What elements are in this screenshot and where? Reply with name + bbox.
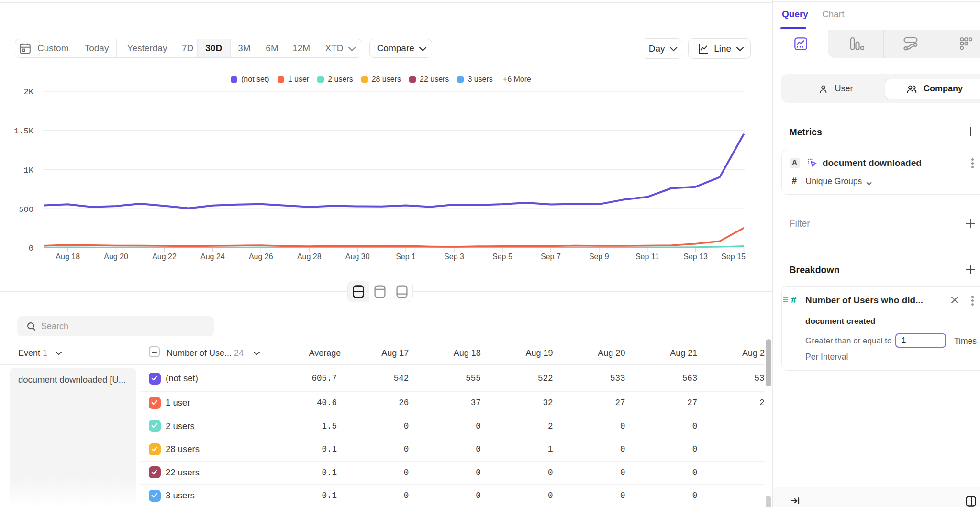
svg-text:Sep 3: Sep 3 (444, 253, 464, 261)
svg-text:Aug 18: Aug 18 (56, 253, 80, 261)
svg-text:Aug 26: Aug 26 (249, 253, 273, 261)
svg-text:Aug 22: Aug 22 (152, 253, 177, 261)
svg-text:Sep 13: Sep 13 (683, 253, 708, 261)
svg-text:2K: 2K (24, 88, 34, 97)
svg-text:Aug 30: Aug 30 (345, 253, 370, 261)
svg-text:Sep 9: Sep 9 (589, 253, 609, 261)
svg-text:Sep 11: Sep 11 (635, 253, 659, 261)
svg-text:Sep 1: Sep 1 (396, 253, 416, 261)
svg-text:Sep 7: Sep 7 (541, 253, 561, 261)
svg-text:1.5K: 1.5K (14, 127, 34, 136)
svg-text:Sep 5: Sep 5 (492, 253, 512, 261)
svg-text:1K: 1K (24, 166, 34, 175)
svg-text:0: 0 (29, 244, 33, 253)
svg-text:Sep 15: Sep 15 (721, 253, 746, 261)
svg-text:500: 500 (19, 205, 33, 214)
svg-text:Aug 28: Aug 28 (297, 253, 322, 261)
svg-text:Aug 24: Aug 24 (200, 253, 225, 261)
svg-text:Aug 20: Aug 20 (104, 253, 128, 261)
